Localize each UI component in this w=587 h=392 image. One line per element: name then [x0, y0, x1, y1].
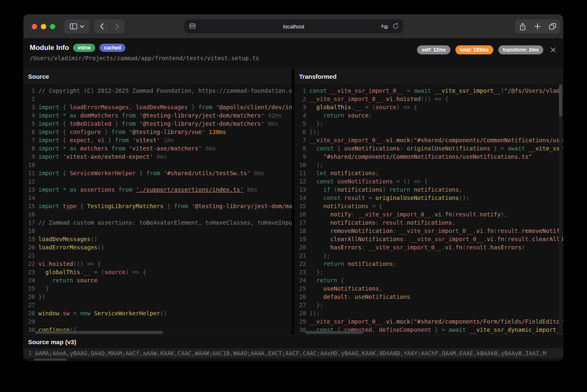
tab-overview-button[interactable]	[545, 19, 560, 33]
code-token: loadDevMessages	[136, 104, 188, 110]
code-token: const	[316, 145, 334, 152]
line-number: 20	[24, 243, 35, 251]
code-token: from	[122, 112, 136, 119]
code-token: // Zammad custom assertions: toBeAvatarE…	[38, 219, 292, 226]
code-token: import	[38, 120, 59, 127]
code-token: (() => {	[421, 96, 448, 102]
code-token: ,	[452, 219, 455, 226]
code-token: }	[38, 285, 49, 292]
line-number: 28	[24, 309, 35, 317]
code-token	[309, 261, 323, 267]
line-number: 19	[295, 235, 306, 243]
code-token: ();	[459, 195, 469, 201]
module-link[interactable]: './support/assertions/index.ts'	[136, 186, 243, 193]
code-token: }	[188, 104, 198, 110]
code-token: __vite_ssr_dynamic_import__	[528, 145, 563, 152]
code-line: 24 return source	[24, 276, 292, 284]
code-token: 0ms	[153, 153, 167, 160]
code-line: 19loadDevMessages()	[24, 235, 292, 243]
code-token: vi	[434, 211, 441, 218]
code-token: )	[382, 186, 389, 193]
code-token: .	[494, 236, 497, 242]
code-token	[73, 277, 76, 284]
code-token: .	[441, 244, 445, 251]
code-token: sw	[63, 310, 70, 317]
code-token	[525, 145, 528, 152]
code-token: });	[309, 310, 320, 317]
zoom-window-button[interactable]	[50, 24, 55, 29]
minimize-window-button[interactable]	[41, 24, 46, 29]
close-window-button[interactable]	[32, 24, 37, 29]
code-token	[108, 145, 111, 152]
share-button[interactable]	[515, 19, 530, 33]
code-token	[309, 277, 316, 284]
code-token: 42ms	[264, 112, 282, 119]
code-token: .	[393, 318, 396, 325]
code-token: import	[38, 129, 59, 135]
code-token: (	[504, 236, 507, 242]
code-token	[327, 87, 330, 94]
code-token: {	[77, 203, 87, 209]
line-number: 6	[24, 128, 35, 136]
line-content: default: useNotifications	[309, 293, 410, 301]
line-content: notify: __vite_ssr_import_0__.vi.fn(resu…	[309, 210, 508, 218]
line-number: 2	[24, 95, 35, 103]
code-token: 8ms	[243, 186, 257, 193]
code-token	[38, 269, 45, 275]
line-content: import { expect, vi } from 'vitest' 1ms	[38, 136, 174, 144]
code-token: 138ms	[205, 129, 226, 135]
code-token: "#shared/components/Form/fields/FieldEdi…	[414, 318, 563, 325]
code-token	[309, 170, 316, 176]
code-token: if	[323, 186, 330, 193]
line-number: 15	[295, 202, 306, 210]
code-line: 9 "#shared/components/CommonNotification…	[295, 153, 563, 161]
new-tab-button[interactable]	[530, 19, 545, 33]
code-line: 7import { expect, vi } from 'vitest' 1ms	[24, 136, 292, 144]
address-bar[interactable]: localhost A	[184, 19, 403, 33]
code-token: .	[483, 236, 486, 242]
close-panel-button[interactable]	[549, 46, 557, 54]
code-token: __vite_ssr_import_0__	[309, 318, 382, 325]
line-number: 29	[24, 317, 35, 326]
code-token: // Copyright (C) 2012-2025 Zammad Founda…	[38, 87, 292, 94]
transformed-vscrollbar-thumb[interactable]	[559, 85, 562, 117]
code-token: defineComponent	[379, 326, 431, 333]
code-token: return	[52, 277, 73, 284]
code-token: (() => {	[73, 261, 101, 267]
code-line: 26})	[24, 293, 292, 301]
nav-buttons	[94, 19, 125, 33]
code-token: __vite_ssr_import_0__	[309, 96, 382, 102]
code-token: '@apollo/client/dev/index.js'	[216, 104, 292, 110]
line-number: 8	[24, 144, 35, 153]
code-token: ()	[90, 236, 97, 242]
code-token: 0ms	[264, 120, 278, 127]
code-line: 13import * as assertions from './support…	[24, 185, 292, 194]
reload-icon[interactable]	[392, 23, 399, 30]
transformed-code: 1const __vite_ssr_import_0__ = await __v…	[295, 85, 563, 335]
source-map-hscrollbar[interactable]	[34, 359, 67, 361]
line-content: const useNotifications = () => {	[309, 177, 428, 185]
code-line: 18	[24, 227, 292, 235]
translate-icon[interactable]: A	[381, 23, 388, 30]
forward-chevron-icon	[115, 23, 119, 30]
code-token: notify	[480, 211, 501, 218]
code-token: ,	[372, 326, 379, 333]
code-line: 1// Copyright (C) 2012-2025 Zammad Found…	[24, 87, 292, 95]
code-token: __vite_ssr_import_0__	[309, 137, 382, 143]
source-hscrollbar[interactable]	[35, 331, 163, 334]
forward-button[interactable]	[109, 19, 125, 33]
code-token: originalUseNotifications	[407, 145, 490, 152]
code-line: 16 notify: __vite_ssr_import_0__.vi.fn(r…	[295, 210, 563, 218]
transformed-hscrollbar[interactable]	[305, 331, 363, 334]
code-token: return	[323, 112, 344, 119]
code-token: hoisted	[49, 261, 73, 267]
chevron-down-icon	[80, 25, 84, 28]
line-content: return source	[38, 276, 97, 284]
code-token: __vite_ssr_import_0__	[330, 87, 403, 94]
code-line: 18 removeNotification: __vite_ssr_import…	[295, 227, 563, 235]
sidebar-toggle-button[interactable]	[64, 19, 90, 33]
code-token: vi	[38, 261, 45, 267]
code-token: __vite_ssr_import_0__	[410, 236, 483, 242]
back-button[interactable]	[94, 19, 109, 33]
code-token: expect	[70, 137, 91, 143]
